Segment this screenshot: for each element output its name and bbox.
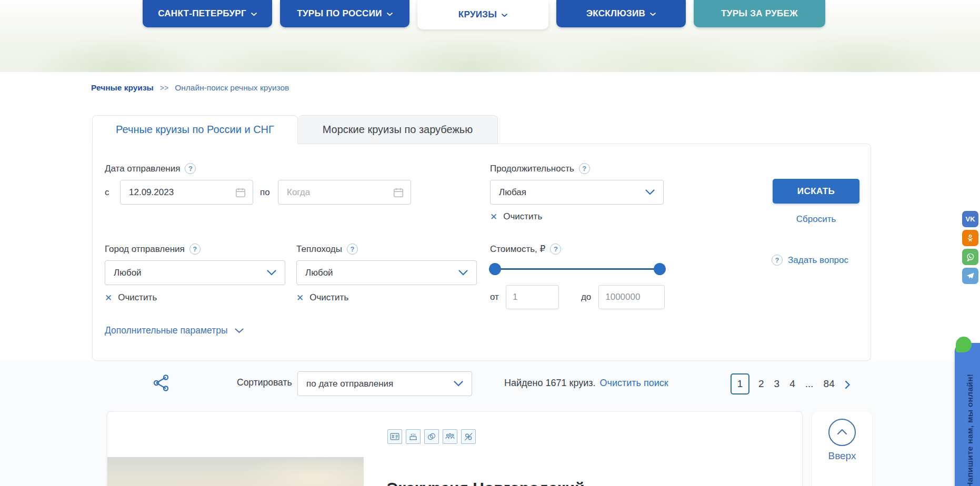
page-4[interactable]: 4: [789, 378, 795, 390]
wedding-rings-icon[interactable]: [424, 429, 439, 444]
nav-label: САНКТ-ПЕТЕРБУРГ: [158, 8, 246, 19]
slider-handle-min[interactable]: [489, 263, 501, 275]
nav-label: КРУИЗЫ: [458, 9, 497, 20]
cruise-title-partial[interactable]: Экскурсия Новгородский: [387, 479, 787, 486]
cruise-feature-icons: [387, 429, 476, 444]
chevron-down-icon: [645, 187, 655, 198]
duration-label: Продолжительность ?: [490, 163, 590, 174]
ships-label: Теплоходы ?: [296, 244, 358, 255]
search-tabs: Речные круизы по России и СНГ Морские кр…: [92, 115, 498, 144]
ships-select[interactable]: Любой: [296, 260, 477, 285]
chevron-down-icon: [267, 268, 276, 278]
back-to-top-panel: Вверх: [812, 412, 872, 486]
results-toolbar: Сортировать по дате отправления Найдено …: [0, 368, 980, 400]
share-icon[interactable]: [152, 373, 171, 392]
breadcrumb-link-river-cruises[interactable]: Речные круизы: [91, 83, 154, 93]
results-count: Найдено 1671 круиз. Очистить поиск: [504, 378, 668, 389]
date-from-label: с: [105, 187, 109, 198]
clear-city-link[interactable]: ✕ Очистить: [105, 292, 157, 303]
clear-x-icon: ✕: [296, 293, 304, 302]
help-icon: ?: [772, 255, 783, 266]
cruise-result-card[interactable]: Экскурсия Новгородский: [107, 411, 803, 486]
telegram-icon[interactable]: [962, 268, 978, 284]
chevron-down-icon: [251, 13, 257, 16]
nav-item-exclusiv[interactable]: ЭКСКЛЮЗИВ: [556, 0, 686, 27]
page-ellipsis: ...: [805, 378, 814, 390]
group-icon[interactable]: [443, 429, 457, 444]
chat-widget-label: Напишите нам, мы онлайн!: [955, 350, 980, 486]
birthday-cake-icon[interactable]: [406, 429, 421, 444]
help-icon[interactable]: ?: [550, 244, 561, 255]
nav-item-tury-za-rubezh[interactable]: ТУРЫ ЗА РУБЕЖ: [694, 0, 825, 27]
clear-search-link[interactable]: Очистить поиск: [600, 378, 668, 389]
chevron-down-icon: [502, 14, 507, 17]
no-children-icon[interactable]: [461, 429, 476, 444]
nav-item-sankt-peterburg[interactable]: САНКТ-ПЕТЕРБУРГ: [143, 0, 272, 27]
chat-widget[interactable]: Напишите нам, мы онлайн!: [955, 343, 980, 486]
ask-question-link[interactable]: ? Задать вопрос: [772, 255, 848, 266]
id-card-icon[interactable]: [387, 429, 402, 444]
search-button[interactable]: ИСКАТЬ: [773, 179, 859, 204]
duration-select[interactable]: Любая: [490, 180, 664, 205]
price-to-label: до: [581, 292, 591, 302]
clear-x-icon: ✕: [490, 212, 497, 221]
social-sidebar: VK: [962, 211, 978, 284]
breadcrumb-separator: >>: [160, 84, 168, 92]
odnoklassniki-icon[interactable]: [962, 230, 978, 246]
nav-label: ТУРЫ ПО РОССИИ: [297, 8, 382, 19]
nav-label: ЭКСКЛЮЗИВ: [586, 8, 645, 19]
reset-link[interactable]: Сбросить: [773, 214, 859, 225]
date-to-input[interactable]: [278, 180, 411, 205]
main-navigation: САНКТ-ПЕТЕРБУРГ ТУРЫ ПО РОССИИ КРУИЗЫ ЭК…: [143, 0, 825, 29]
departure-city-select[interactable]: Любой: [105, 260, 285, 285]
clear-duration-link[interactable]: ✕ Очистить: [490, 211, 542, 222]
back-to-top-button[interactable]: [828, 419, 856, 446]
tab-river-cruises[interactable]: Речные круизы по России и СНГ: [92, 115, 298, 144]
price-from-input[interactable]: [506, 285, 559, 309]
page-last[interactable]: 84: [824, 378, 835, 390]
clear-x-icon: ✕: [105, 293, 112, 302]
help-icon[interactable]: ?: [189, 244, 201, 255]
help-icon[interactable]: ?: [579, 163, 590, 174]
date-to-label: по: [260, 187, 270, 198]
search-filter-panel: Дата отправления ? с по Продолжительност…: [92, 144, 871, 361]
slider-handle-max[interactable]: [654, 263, 666, 275]
chevron-down-icon: [458, 268, 468, 278]
departure-date-label: Дата отправления ?: [105, 163, 196, 174]
chevron-down-icon: [387, 13, 393, 16]
sort-label: Сортировать: [237, 377, 292, 388]
clear-ships-link[interactable]: ✕ Очистить: [296, 292, 348, 303]
breadcrumb: Речные круизы >> Онлайн-поиск речных кру…: [91, 83, 289, 93]
page-3[interactable]: 3: [774, 378, 780, 390]
date-from-input[interactable]: [120, 180, 253, 205]
help-icon[interactable]: ?: [347, 244, 358, 255]
tab-sea-cruises[interactable]: Морские круизы по зарубежью: [298, 115, 498, 144]
found-text: Найдено 1671 круиз.: [504, 378, 596, 389]
nav-label: ТУРЫ ЗА РУБЕЖ: [721, 8, 798, 19]
page-1-active[interactable]: 1: [731, 373, 749, 394]
breadcrumb-current: Онлайн-поиск речных круизов: [175, 83, 289, 93]
sort-select[interactable]: по дате отправления: [297, 371, 472, 396]
nav-item-tury-po-rossii[interactable]: ТУРЫ ПО РОССИИ: [280, 0, 409, 27]
price-range-slider: [490, 263, 665, 276]
help-icon[interactable]: ?: [185, 163, 196, 174]
price-inputs-row: от до: [490, 285, 665, 309]
price-from-label: от: [490, 292, 499, 302]
chevron-down-icon: [454, 379, 463, 389]
more-params-link[interactable]: Дополнительные параметры: [105, 325, 244, 336]
departure-city-label: Город отправления ?: [105, 244, 201, 255]
vk-icon[interactable]: VK: [962, 211, 978, 227]
price-label: Стоимость, ₽ ?: [490, 244, 561, 255]
chevron-down-icon: [650, 13, 656, 16]
whatsapp-icon[interactable]: [962, 249, 978, 265]
chevron-down-icon: [235, 325, 244, 336]
slider-track: [493, 268, 662, 270]
nav-item-kruizy-active[interactable]: КРУИЗЫ: [417, 0, 548, 29]
cruise-photo: [107, 457, 364, 486]
page-2[interactable]: 2: [758, 378, 764, 390]
pagination: 1 2 3 4 ... 84: [731, 373, 851, 394]
back-to-top-label[interactable]: Вверх: [812, 450, 872, 462]
price-to-input[interactable]: [598, 285, 665, 309]
page: САНКТ-ПЕТЕРБУРГ ТУРЫ ПО РОССИИ КРУИЗЫ ЭК…: [0, 0, 980, 486]
next-page-icon[interactable]: [845, 380, 851, 389]
